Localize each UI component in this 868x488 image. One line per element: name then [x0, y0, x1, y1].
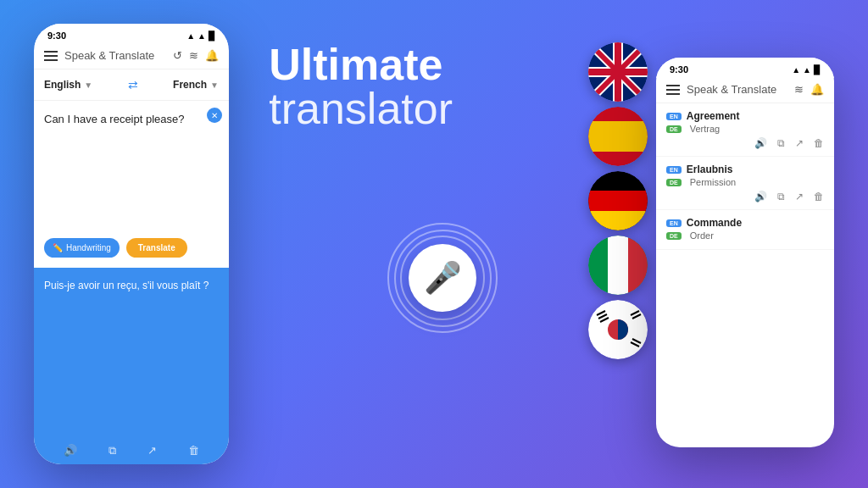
time-left: 9:30 [47, 30, 66, 41]
italy-flag [588, 236, 648, 295]
handwriting-icon: ✏️ [53, 243, 63, 252]
source-word-3: Commande [687, 217, 742, 229]
source-language-button[interactable]: English ▼ [44, 79, 92, 91]
germany-flag [588, 171, 648, 230]
microphone-button[interactable]: 🎤 [409, 244, 476, 312]
flags-column [588, 42, 648, 359]
korea-flag [588, 300, 648, 359]
item-target-row-2: DE Permission [666, 177, 824, 187]
svg-rect-20 [628, 236, 648, 295]
lang-tag-de-3: DE [666, 232, 682, 240]
copy-icon-item[interactable]: ⧉ [777, 137, 785, 149]
clear-button[interactable]: ✕ [207, 108, 222, 123]
lang-tag-en-2: EN [666, 166, 682, 174]
bottom-icons-left: 🔊 ⧉ ↗ 🗑 [34, 437, 229, 464]
bell-icon[interactable]: 🔔 [205, 49, 219, 62]
input-area[interactable]: Can I have a receipt please? ✕ ✏️ Handwr… [34, 101, 229, 268]
speaker-icon-item[interactable]: 🔊 [754, 137, 767, 149]
share-icon-item-2[interactable]: ↗ [795, 191, 804, 202]
app-title-right: Speak & Translate [687, 83, 776, 96]
hero-text: Ultimate translator [269, 42, 453, 130]
target-lang-label: French [173, 79, 207, 91]
time-right: 9:30 [670, 64, 688, 75]
microphone-container: 🎤 [392, 227, 493, 329]
copy-icon[interactable]: ⧉ [108, 444, 116, 458]
translate-button[interactable]: Translate [126, 238, 187, 258]
list-item: EN Commande DE Order [656, 210, 834, 250]
menu-button-right[interactable] [666, 85, 680, 95]
spain-flag [588, 107, 648, 166]
target-lang-arrow: ▼ [210, 80, 219, 90]
phone-left: 9:30 ▲ ▲ ▉ Speak & Translate ↺ ≋ � [34, 24, 229, 464]
status-icons-left: ▲ ▲ ▉ [186, 31, 215, 41]
svg-rect-19 [608, 236, 628, 295]
battery-icon-right: ▉ [814, 65, 821, 75]
item-source-row-2: EN Erlaubnis [666, 164, 824, 175]
translated-text: Puis-je avoir un reçu, s'il vous plaît ? [44, 278, 219, 293]
history-icon[interactable]: ↺ [173, 49, 182, 62]
menu-button[interactable] [44, 51, 58, 61]
battery-icon: ▉ [209, 31, 215, 41]
share-icon[interactable]: ↗ [147, 444, 157, 458]
microphone-icon: 🎤 [424, 260, 462, 296]
waveform-icon[interactable]: ≋ [189, 49, 198, 62]
speaker-icon-item-2[interactable]: 🔊 [754, 191, 767, 202]
delete-icon[interactable]: 🗑 [188, 444, 199, 458]
uk-flag [588, 42, 648, 102]
item-actions-2: 🔊 ⧉ ↗ 🗑 [666, 191, 824, 202]
signal-icon: ▲ [186, 31, 195, 41]
wifi-icon: ▲ [198, 31, 206, 41]
list-item: EN Erlaubnis DE Permission 🔊 ⧉ ↗ 🗑 [656, 157, 834, 210]
item-source-row-3: EN Commande [666, 217, 824, 229]
header-icons-left: ↺ ≋ 🔔 [173, 49, 219, 62]
app-header-right: Speak & Translate ≋ 🔔 [656, 78, 834, 103]
lang-tag-en-3: EN [666, 219, 682, 227]
status-bar-left: 9:30 ▲ ▲ ▉ [34, 24, 229, 44]
bell-icon-right[interactable]: 🔔 [810, 83, 824, 96]
status-bar-right: 9:30 ▲ ▲ ▉ [656, 58, 834, 78]
target-language-button[interactable]: French ▼ [173, 79, 219, 91]
share-icon-item[interactable]: ↗ [795, 137, 804, 149]
language-selector: English ▼ ⇄ French ▼ [34, 69, 229, 101]
wifi-icon-right: ▲ [803, 65, 811, 75]
center-section: Ultimate translator 🎤 [229, 17, 656, 471]
svg-rect-16 [588, 211, 648, 230]
speaker-icon[interactable]: 🔊 [64, 444, 77, 458]
item-source-row: EN Agreement [666, 110, 824, 122]
source-word-2: Erlaubnis [687, 164, 733, 175]
source-word: Agreement [687, 110, 740, 122]
translation-result: Puis-je avoir un reçu, s'il vous plaît ? [34, 268, 229, 438]
source-lang-label: English [44, 79, 81, 91]
delete-icon-item-2[interactable]: 🗑 [814, 191, 824, 202]
handwriting-button[interactable]: ✏️ Handwriting [44, 238, 120, 258]
input-text: Can I have a receipt please? [44, 111, 219, 231]
header-icons-right: ≋ 🔔 [794, 83, 824, 96]
lang-tag-de: DE [666, 125, 682, 133]
action-buttons: ✏️ Handwriting Translate [44, 238, 219, 261]
svg-rect-12 [588, 121, 648, 152]
copy-icon-item-2[interactable]: ⧉ [777, 191, 785, 202]
list-item: EN Agreement DE Vertrag 🔊 ⧉ ↗ 🗑 [656, 103, 834, 157]
svg-rect-15 [588, 191, 648, 211]
source-lang-arrow: ▼ [84, 80, 92, 90]
app-header-left: Speak & Translate ↺ ≋ 🔔 [34, 44, 229, 69]
translation-list: EN Agreement DE Vertrag 🔊 ⧉ ↗ 🗑 EN Erla [656, 103, 834, 447]
item-target-row-3: DE Order [666, 230, 824, 241]
target-word-3: Order [690, 230, 714, 241]
lang-tag-de-2: DE [666, 179, 682, 186]
delete-icon-item[interactable]: 🗑 [814, 137, 824, 149]
swap-languages-button[interactable]: ⇄ [128, 78, 138, 92]
waveform-icon-right[interactable]: ≋ [794, 83, 804, 96]
signal-icon-right: ▲ [792, 65, 800, 75]
hero-title-line2: translator [269, 86, 453, 130]
phone-right: 9:30 ▲ ▲ ▉ Speak & Translate ≋ 🔔 [656, 58, 834, 447]
item-actions: 🔊 ⧉ ↗ 🗑 [666, 137, 824, 149]
status-icons-right: ▲ ▲ ▉ [792, 65, 821, 75]
lang-tag-en: EN [666, 113, 682, 120]
target-word-2: Permission [690, 177, 736, 187]
target-word: Vertrag [690, 124, 720, 134]
item-target-row: DE Vertrag [666, 124, 824, 134]
hero-title-line1: Ultimate [269, 42, 453, 86]
app-title-left: Speak & Translate [64, 49, 154, 62]
